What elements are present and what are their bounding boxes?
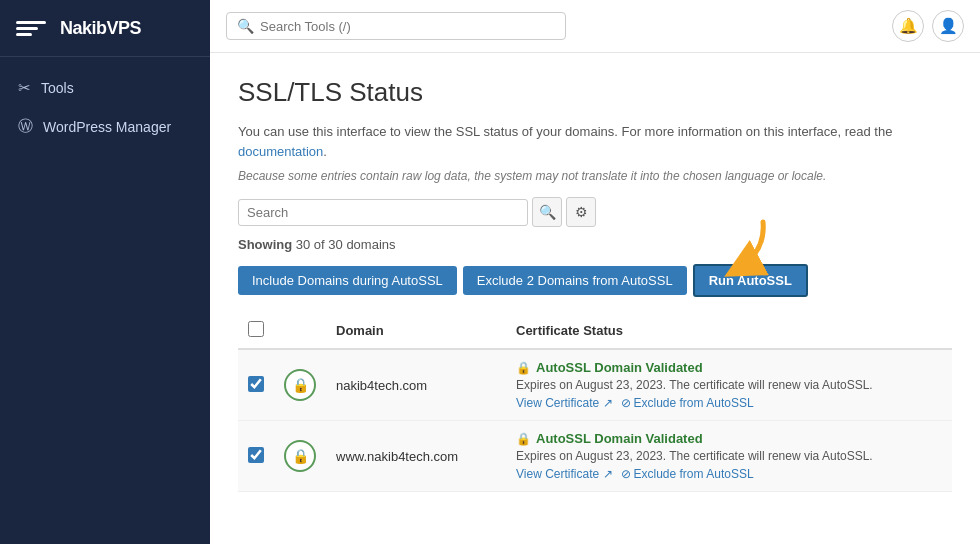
row2-exclude-link[interactable]: ⊘ Exclude from AutoSSL [621, 467, 754, 481]
row2-status-label: 🔒 AutoSSL Domain Validated [516, 431, 942, 446]
user-button[interactable]: 👤 [932, 10, 964, 42]
exclude-domains-button[interactable]: Exclude 2 Domains from AutoSSL [463, 266, 687, 295]
row2-view-cert-link[interactable]: View Certificate ↗ [516, 467, 613, 481]
row2-status-text: AutoSSL Domain Validated [536, 431, 703, 446]
page-description: You can use this interface to view the S… [238, 122, 952, 161]
exclude-circle-icon-2: ⊘ [621, 467, 631, 481]
sidebar-nav: ✂ Tools Ⓦ WordPress Manager [0, 57, 210, 158]
topbar-search-icon: 🔍 [237, 18, 254, 34]
sidebar: NakibVPS ✂ Tools Ⓦ WordPress Manager [0, 0, 210, 544]
row1-lock-icon: 🔒 [284, 369, 316, 401]
table-row: 🔒 nakib4tech.com 🔒 AutoSSL Domain Valida… [238, 349, 952, 421]
page-notice: Because some entries contain raw log dat… [238, 169, 952, 183]
desc-text-1: You can use this interface to view the S… [238, 124, 892, 139]
row1-icon-cell: 🔒 [274, 349, 326, 421]
exclude-circle-icon: ⊘ [621, 396, 631, 410]
include-domains-button[interactable]: Include Domains during AutoSSL [238, 266, 457, 295]
row1-domain-cell: nakib4tech.com [326, 349, 506, 421]
arrow-indicator [698, 214, 778, 287]
header-status: Certificate Status [506, 313, 952, 349]
row1-exclude-text: Exclude from AutoSSL [634, 396, 754, 410]
showing-count: 30 of 30 domains [296, 237, 396, 252]
sidebar-item-wordpress-label: WordPress Manager [43, 119, 171, 135]
logo: NakibVPS [0, 0, 210, 57]
row2-links: View Certificate ↗ ⊘ Exclude from AutoSS… [516, 467, 942, 481]
row1-exclude-link[interactable]: ⊘ Exclude from AutoSSL [621, 396, 754, 410]
row1-links: View Certificate ↗ ⊘ Exclude from AutoSS… [516, 396, 942, 410]
table-header: Domain Certificate Status [238, 313, 952, 349]
showing-text: Showing 30 of 30 domains [238, 237, 952, 252]
gear-icon: ⚙ [575, 204, 588, 220]
row2-checkbox[interactable] [248, 447, 264, 463]
domain-table: Domain Certificate Status 🔒 [238, 313, 952, 492]
row2-icon-cell: 🔒 [274, 421, 326, 492]
external-link-icon-2: ↗ [603, 467, 613, 481]
row1-status-cell: 🔒 AutoSSL Domain Validated Expires on Au… [506, 349, 952, 421]
row1-checkbox[interactable] [248, 376, 264, 392]
orange-arrow-icon [698, 214, 778, 284]
row2-view-cert-text: View Certificate [516, 467, 599, 481]
row2-exclude-text: Exclude from AutoSSL [634, 467, 754, 481]
search-row: 🔍 ⚙ [238, 197, 952, 227]
documentation-link[interactable]: documentation [238, 144, 323, 159]
row1-checkbox-cell [238, 349, 274, 421]
sidebar-item-tools-label: Tools [41, 80, 74, 96]
table-body: 🔒 nakib4tech.com 🔒 AutoSSL Domain Valida… [238, 349, 952, 492]
search-icon: 🔍 [539, 204, 556, 220]
sidebar-item-tools[interactable]: ✂ Tools [0, 69, 210, 107]
search-box [238, 199, 528, 226]
table-row: 🔒 www.nakib4tech.com 🔒 AutoSSL Domain Va… [238, 421, 952, 492]
showing-label: Showing [238, 237, 292, 252]
notification-button[interactable]: 🔔 [892, 10, 924, 42]
row2-status-lock-icon: 🔒 [516, 432, 531, 446]
header-icon-col [274, 313, 326, 349]
sidebar-item-wordpress[interactable]: Ⓦ WordPress Manager [0, 107, 210, 146]
page-content: SSL/TLS Status You can use this interfac… [210, 53, 980, 544]
external-link-icon: ↗ [603, 396, 613, 410]
logo-text: NakibVPS [60, 18, 141, 39]
settings-button[interactable]: ⚙ [566, 197, 596, 227]
row1-status-lock-icon: 🔒 [516, 361, 531, 375]
topbar-search-input[interactable] [260, 19, 555, 34]
header-domain: Domain [326, 313, 506, 349]
row1-expires: Expires on August 23, 2023. The certific… [516, 378, 942, 392]
row2-checkbox-cell [238, 421, 274, 492]
search-button[interactable]: 🔍 [532, 197, 562, 227]
bell-icon: 🔔 [899, 17, 918, 35]
select-all-checkbox[interactable] [248, 321, 264, 337]
topbar-search-container: 🔍 [226, 12, 566, 40]
row2-status-cell: 🔒 AutoSSL Domain Validated Expires on Au… [506, 421, 952, 492]
page-title: SSL/TLS Status [238, 77, 952, 108]
action-buttons-row: Include Domains during AutoSSL Exclude 2… [238, 264, 952, 297]
row2-expires: Expires on August 23, 2023. The certific… [516, 449, 942, 463]
row2-domain-cell: www.nakib4tech.com [326, 421, 506, 492]
logo-icon [16, 14, 52, 42]
header-checkbox-col [238, 313, 274, 349]
row1-status-text: AutoSSL Domain Validated [536, 360, 703, 375]
main-area: 🔍 🔔 👤 SSL/TLS Status You can use this in… [210, 0, 980, 544]
row2-domain-name: www.nakib4tech.com [336, 449, 458, 464]
tools-icon: ✂ [18, 79, 31, 97]
lock-icon: 🔒 [292, 377, 309, 393]
row1-status-label: 🔒 AutoSSL Domain Validated [516, 360, 942, 375]
wordpress-icon: Ⓦ [18, 117, 33, 136]
search-input[interactable] [247, 205, 519, 220]
row1-view-cert-link[interactable]: View Certificate ↗ [516, 396, 613, 410]
topbar: 🔍 🔔 👤 [210, 0, 980, 53]
lock-icon-2: 🔒 [292, 448, 309, 464]
user-icon: 👤 [939, 17, 958, 35]
row1-domain-name: nakib4tech.com [336, 378, 427, 393]
row2-lock-icon: 🔒 [284, 440, 316, 472]
row1-view-cert-text: View Certificate [516, 396, 599, 410]
